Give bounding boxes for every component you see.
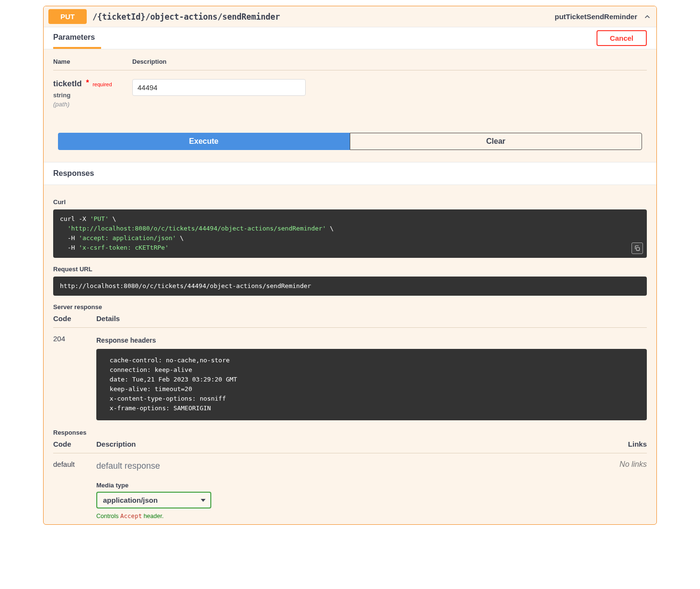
param-row-ticketid: ticketId * required string (path) <box>53 70 647 123</box>
response-description: default response <box>96 461 604 471</box>
server-response-details-header: Details <box>96 314 647 323</box>
param-header-description: Description <box>132 58 647 65</box>
server-response-code: 204 <box>53 335 96 420</box>
curl-code-block: curl -X 'PUT' \ 'http://localhost:8080/o… <box>53 209 647 258</box>
method-badge: PUT <box>48 9 87 24</box>
param-header-name: Name <box>53 58 132 65</box>
request-url-value: http://localhost:8080/o/c/tickets/44494/… <box>60 282 311 289</box>
clear-button[interactable]: Clear <box>350 133 643 150</box>
media-type-label: Media type <box>96 482 604 489</box>
responses-list-label: Responses <box>53 429 647 436</box>
parameters-tab-row: Parameters Cancel <box>44 27 656 49</box>
ticketid-input[interactable] <box>132 79 306 96</box>
operation-path: /{ticketId}/object-actions/sendReminder <box>92 12 549 22</box>
param-location: (path) <box>53 101 132 108</box>
operation-id: putTicketSendReminder <box>555 12 637 21</box>
request-url-label: Request URL <box>53 266 647 273</box>
action-button-row: Execute Clear <box>44 127 656 162</box>
operation-block: PUT /{ticketId}/object-actions/sendRemin… <box>43 6 657 525</box>
param-type: string <box>53 92 132 99</box>
media-type-select[interactable]: application/json <box>96 492 211 508</box>
server-response-label: Server response <box>53 303 647 311</box>
responses-links-header: Links <box>604 440 647 448</box>
response-code-default: default <box>53 460 96 520</box>
request-url-block: http://localhost:8080/o/c/tickets/44494/… <box>53 277 647 296</box>
parameters-section: Name Description ticketId * required str… <box>44 49 656 127</box>
copy-icon[interactable] <box>631 243 643 254</box>
tab-parameters[interactable]: Parameters <box>53 27 101 49</box>
responses-desc-header: Description <box>96 440 604 448</box>
curl-label: Curl <box>53 198 647 206</box>
required-star-icon: * <box>84 79 89 87</box>
svg-rect-0 <box>636 247 639 250</box>
response-links: No links <box>604 460 647 520</box>
operation-summary-row[interactable]: PUT /{ticketId}/object-actions/sendRemin… <box>44 6 656 27</box>
accept-header-note: Controls Accept header. <box>96 512 604 520</box>
response-headers-block: cache-control: no-cache,no-store connect… <box>96 349 647 420</box>
response-headers-label: Response headers <box>96 336 647 344</box>
required-text: required <box>92 81 112 87</box>
responses-header: Responses <box>44 162 656 185</box>
server-response-code-header: Code <box>53 314 96 323</box>
cancel-button[interactable]: Cancel <box>597 30 647 46</box>
chevron-up-icon[interactable] <box>643 12 652 21</box>
param-name: ticketId <box>53 79 82 88</box>
execute-button[interactable]: Execute <box>58 133 350 150</box>
responses-code-header: Code <box>53 440 96 448</box>
